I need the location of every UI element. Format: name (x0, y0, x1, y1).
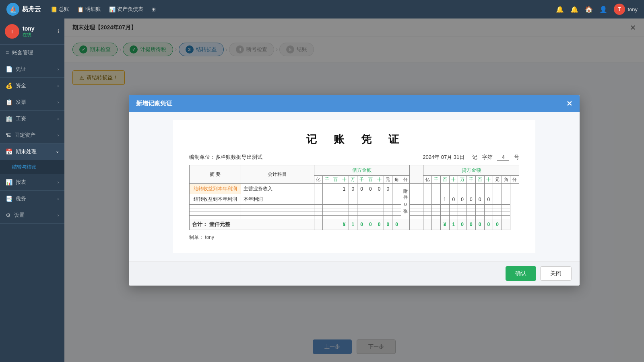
sidebar-item-reports[interactable]: 📊 报表 › (0, 174, 64, 191)
sidebar-menu: ≡ 账套管理 📄 凭证 › 💰 资金 › 📋 发票 › 🏢 工资 › (0, 45, 64, 362)
assets-label: 固定资产 (14, 132, 35, 139)
row1-c6 (467, 184, 476, 194)
row2-c9 (493, 194, 502, 205)
total-d6: 0 (366, 219, 375, 230)
confirm-button[interactable]: 确认 (506, 266, 536, 281)
main-layout: T tony 在线 ℹ ≡ 账套管理 📄 凭证 › 💰 资金 › (0, 19, 644, 362)
sidebar-item-vouchers[interactable]: 📄 凭证 › (0, 61, 64, 78)
debit-bai2: 百 (366, 176, 375, 184)
total-c6: 0 (467, 219, 476, 230)
nav-item-detail[interactable]: 📋 明细账 (77, 6, 101, 13)
app-logo[interactable]: ⛵ 易舟云 (6, 3, 41, 16)
modal-header: 新增记账凭证 ✕ (129, 95, 580, 112)
debit-fen: 分 (401, 176, 410, 184)
voucher-compile-unit: 编制单位：多栏账数据导出测试 (189, 154, 262, 161)
credit-qian1: 千 (432, 176, 440, 184)
attach-unit: 张 (403, 208, 408, 214)
user-settings-icon[interactable]: 👤 (599, 6, 607, 13)
user-info-icon[interactable]: ℹ (58, 29, 60, 34)
voucher-meta-right: 2024年 07月 31日 记 字第 4 号 (423, 154, 519, 161)
credit-jiao: 角 (502, 176, 510, 184)
row1-c0 (410, 184, 423, 194)
maker-row: 制单： tony (189, 234, 519, 241)
carryover-label: 结转与结账 (12, 164, 36, 171)
row1-d7: 0 (375, 184, 384, 194)
total-c1 (423, 219, 432, 230)
sidebar-item-accounts[interactable]: ≡ 账套管理 (0, 45, 64, 61)
sidebar-avatar: T (5, 24, 19, 39)
nav-item-ledger[interactable]: 📒 总账 (51, 6, 69, 13)
row2-c5: 0 (458, 194, 467, 205)
total-c10 (502, 219, 510, 230)
attach-count: 0 (404, 202, 407, 207)
row1-c4 (449, 184, 458, 194)
row2-c8: 0 (484, 194, 493, 205)
total-label: 合计： 壹仟元整 (190, 219, 314, 230)
notification-icon[interactable]: 🔔 (556, 6, 564, 13)
maker-label: 制单： (189, 234, 204, 240)
sidebar-sub-carryover[interactable]: 结转与结账 (0, 160, 64, 174)
sidebar-item-settings[interactable]: ⚙ 设置 › (0, 207, 64, 224)
nav-item-balance[interactable]: 📊 资产负债表 (109, 6, 143, 13)
voucher-date: 2024年 07月 31日 (423, 154, 464, 161)
col-header-account: 会计科目 (241, 165, 314, 184)
credit-yi: 亿 (423, 176, 432, 184)
row2-c3: 1 (440, 194, 449, 205)
attach-section: 附件 0 张 (401, 184, 410, 219)
credit-yuan: 元 (493, 176, 502, 184)
nav-icon-balance: 📊 (109, 6, 116, 12)
total-d0 (314, 219, 322, 230)
sidebar-item-assets[interactable]: 🏗 固定资产 › (0, 127, 64, 144)
credit-wan: 万 (458, 176, 467, 184)
row2-c6: 0 (467, 194, 476, 205)
sidebar-item-invoice[interactable]: 📋 发票 › (0, 94, 64, 111)
home-icon[interactable]: 🏠 (585, 6, 593, 13)
bell-icon[interactable]: 🔔 (570, 6, 578, 13)
row1-c3 (440, 184, 449, 194)
modal-close-btn[interactable]: ✕ (566, 100, 572, 107)
sidebar-status: 在线 (23, 32, 35, 38)
table-row (190, 212, 519, 216)
table-row: 结转收益到本年利润 本年利润 (190, 194, 519, 205)
credit-qian2: 千 (467, 176, 476, 184)
row2-c2 (432, 194, 440, 205)
total-c5: 0 (458, 219, 467, 230)
user-info: tony 在线 (23, 25, 35, 38)
topbar-user[interactable]: T tony (614, 4, 638, 15)
sidebar-user: T tony 在线 ℹ (0, 19, 64, 45)
sidebar: T tony 在线 ℹ ≡ 账套管理 📄 凭证 › 💰 资金 › (0, 19, 64, 362)
modal-overlay: 新增记账凭证 ✕ 记 账 凭 证 编制单位：多栏账数据导出测试 2024年 07… (64, 19, 644, 362)
row1-c1 (423, 184, 432, 194)
accounts-icon: ≡ (6, 49, 9, 56)
close-button[interactable]: 关闭 (540, 266, 572, 281)
row1-d2 (331, 184, 340, 194)
row1-c8 (484, 184, 493, 194)
row1-d8: 0 (384, 184, 392, 194)
credit-bai1: 百 (440, 176, 449, 184)
total-d3: ¥ (340, 219, 349, 230)
table-row (190, 205, 519, 208)
sidebar-item-payroll[interactable]: 🏢 工资 › (0, 111, 64, 127)
debit-yuan: 元 (384, 176, 392, 184)
sidebar-item-tax[interactable]: 📑 税务 › (0, 191, 64, 207)
nav-item-grid[interactable]: ⊞ (151, 6, 156, 12)
row2-d0 (314, 194, 322, 205)
debit-shi1: 十 (340, 176, 349, 184)
row1-account: 主营业务收入 (241, 184, 314, 194)
row2-d9 (392, 194, 401, 205)
total-d4: 1 (349, 219, 357, 230)
row2-c1 (423, 194, 432, 205)
payroll-arrow: › (58, 117, 59, 121)
sidebar-item-period[interactable]: 📅 期末处理 ∨ (0, 144, 64, 160)
row2-d7 (375, 194, 384, 205)
debit-bai1: 百 (331, 176, 340, 184)
sidebar-item-funds[interactable]: 💰 资金 › (0, 78, 64, 94)
table-row (190, 216, 519, 219)
row2-c0 (410, 194, 423, 205)
modal-body: 记 账 凭 证 编制单位：多栏账数据导出测试 2024年 07月 31日 记 字… (129, 112, 580, 261)
invoice-icon: 📋 (6, 99, 12, 105)
total-attach (401, 219, 410, 230)
debit-qian1: 千 (323, 176, 331, 184)
vouchers-label: 凭证 (16, 66, 26, 73)
row1-d0 (314, 184, 322, 194)
